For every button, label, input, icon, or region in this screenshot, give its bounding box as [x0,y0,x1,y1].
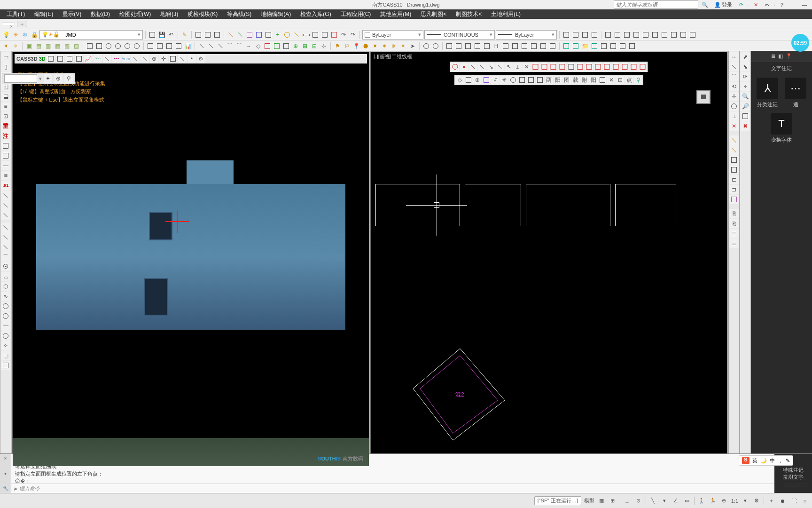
cursor-2-icon[interactable]: ↖ [505,63,513,71]
lp1-12-icon[interactable]: .91 [1,181,10,190]
lp1-2-icon[interactable]: ▯ [1,62,10,71]
v2a-21-icon[interactable] [639,63,647,71]
list-icon[interactable]: ≣ [771,53,775,59]
dim-icon[interactable]: ⟷ [302,31,310,39]
rpa-5-icon[interactable]: ✛ [729,92,739,101]
v3-5-icon[interactable]: 📈 [84,55,93,63]
grid-a-icon[interactable] [86,42,94,50]
lp1-13-icon[interactable] [1,190,10,200]
lightbulb-icon[interactable]: 💡 [2,31,10,39]
coord-input[interactable] [4,74,37,83]
node-4-icon[interactable]: ▦ [53,42,62,50]
v2b-20-icon[interactable]: 点 [625,76,633,84]
v2b-4-icon[interactable] [482,76,491,84]
zoom-out-icon[interactable]: 🔎 [741,102,750,111]
rpa-2-icon[interactable] [729,62,739,71]
layer-selector[interactable]: 💡☀🔓 JMD ▾ [39,30,143,40]
arc-2-icon[interactable]: ⌒ [235,42,243,50]
v3-6-icon[interactable]: 〰 [94,55,102,63]
redo-icon[interactable]: ↷ [339,31,348,39]
rpb-6-icon[interactable]: ✖ [741,121,750,131]
viewport-3d[interactable]: CASS3D 3D 📈 〰 〜 Auto ⊕ ✛ • ⚙ [12,52,369,467]
rpa-19-icon[interactable]: ≣ [729,238,739,248]
anno-font-button[interactable]: T 变换字体 [754,113,809,143]
tag-icon[interactable]: ◧ [778,53,783,59]
sb-snap-icon[interactable]: ⊞ [609,497,617,505]
v3-12-icon[interactable]: ⊕ [150,55,158,63]
menu-land[interactable]: 土地利用(L) [486,9,525,19]
coord-find-icon[interactable]: ⚲ [64,74,73,83]
lp1-6-icon[interactable]: ≡ [1,102,10,111]
doc-tab-active[interactable]: × [2,23,15,25]
rpa-14-icon[interactable]: ⊐ [729,185,739,194]
lock-icon[interactable]: 🔒 [30,31,39,39]
v2b-16-icon[interactable]: 阳 [589,76,598,84]
vp-4-icon[interactable] [590,31,599,39]
db-2-icon[interactable] [571,42,580,50]
v2b-18-icon[interactable]: ✕ [607,76,616,84]
point-icon[interactable]: ✦ [2,42,10,50]
h-icon[interactable]: H [492,42,500,50]
menu-draw[interactable]: 绘图处理(W) [115,9,156,19]
lp1-15-icon[interactable] [1,210,10,220]
tpl-8-icon[interactable] [520,42,529,50]
status-model[interactable]: 模型 [584,497,594,504]
close-icon[interactable]: × [10,24,13,29]
menu-data[interactable]: 数据(D) [86,9,115,19]
tpl-6-icon[interactable] [501,42,510,50]
v2a-11-icon[interactable] [549,63,558,71]
anno-general-button[interactable]: ⋯ 通 [784,78,807,108]
menu-qc[interactable]: 质检模块(K) [183,9,222,19]
star-4-icon[interactable]: ✴ [399,42,407,50]
rpa-10-icon[interactable] [729,145,739,155]
rpa-11-icon[interactable] [729,155,739,165]
v2a-20-icon[interactable] [630,63,638,71]
rpb-1-icon[interactable]: ⬈ [741,52,750,62]
lp1-5-icon[interactable]: ⬓ [1,92,10,101]
db-1-icon[interactable] [562,42,570,50]
hatch-icon[interactable] [311,31,320,39]
node-6-icon[interactable]: ▨ [72,42,80,50]
flag-1-icon[interactable]: ⚑ [333,42,342,50]
star-1-icon[interactable]: ✷ [371,42,379,50]
v2a-6-icon[interactable] [496,63,504,71]
cen-2-icon[interactable]: ⊞ [301,42,309,50]
v2b-17-icon[interactable] [598,76,607,84]
chevron-down-2-icon[interactable]: ▾ [741,497,750,505]
rpa-6-icon[interactable] [729,102,739,111]
search-icon[interactable]: 🔍 [700,0,710,9]
circ-d-icon[interactable] [133,42,141,50]
tpl-10-icon[interactable] [539,42,547,50]
v2b-14-icon[interactable]: 载 [571,76,580,84]
v3-7-icon[interactable] [103,55,111,63]
circ-a-icon[interactable] [104,42,113,50]
rpb-2-icon[interactable]: ⬊ [741,62,750,71]
donut-2-icon[interactable] [431,42,440,50]
pin-1-icon[interactable]: 📍 [352,42,360,50]
eraser-icon[interactable] [236,31,244,39]
node-2-icon[interactable]: ▤ [34,42,43,50]
seg-1-icon[interactable] [197,42,206,50]
frame-2-icon[interactable] [156,42,164,50]
rpa-1-icon[interactable]: ↔ [729,52,739,62]
plus-icon[interactable]: ＋ [273,31,282,39]
vpgrid-9-icon[interactable] [679,31,687,39]
coord-target-icon[interactable]: ⊕ [54,74,62,83]
lp1-20-icon[interactable]: ⦿ [1,262,10,271]
sb-grid-icon[interactable]: ▦ [597,497,606,505]
v2b-1-icon[interactable]: ◇ [455,76,464,84]
cen-3-icon[interactable]: ⊟ [310,42,319,50]
v2a-8-icon[interactable]: ✕ [523,63,531,71]
fill-icon[interactable] [255,31,263,39]
vpgrid-10-icon[interactable] [688,31,697,39]
rpb-3-icon[interactable]: ⟳ [741,72,750,81]
sb-person-icon[interactable]: 🚶 [697,497,706,505]
table-icon[interactable] [330,31,338,39]
folder-icon[interactable]: 📁 [581,42,589,50]
redo-2-icon[interactable]: ↷ [349,31,357,39]
vpgrid-6-icon[interactable] [651,31,659,39]
lp1-26-icon[interactable]: 〰 [1,321,10,331]
tpl-1-icon[interactable] [445,42,453,50]
arc-1-icon[interactable]: ⌒ [226,42,234,50]
new-icon[interactable] [148,31,156,39]
